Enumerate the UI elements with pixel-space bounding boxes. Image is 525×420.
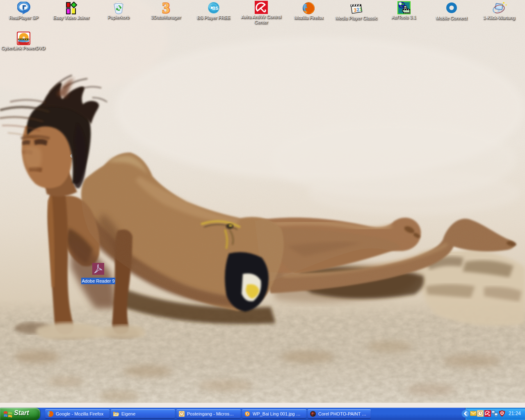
svg-text:3: 3 [162, 1, 169, 14]
svg-text:BS: BS [212, 6, 218, 11]
svg-text:1: 1 [359, 6, 363, 12]
